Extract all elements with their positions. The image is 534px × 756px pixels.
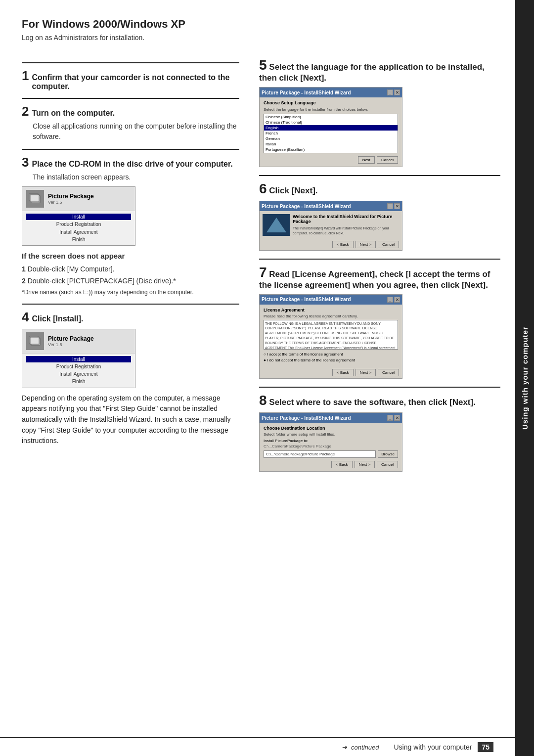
pp-menu-agreement-4: Install Agreement (26, 371, 131, 377)
step-2: 2 Turn on the computer. Close all applic… (22, 98, 239, 142)
dest-title: Picture Package - InstallShield Wizard (262, 415, 351, 421)
if-screen-sub2-text: Double-click [PICTUREPACKAGE] (Disc driv… (28, 277, 176, 285)
pp-menu-agreement: Install Agreement (26, 229, 131, 235)
subtitle: Log on as Administrators for installatio… (22, 34, 500, 42)
dest-next-btn[interactable]: Next > (355, 461, 375, 468)
footer: ➔ continued Using with your computer 75 (0, 737, 515, 756)
pp-menu-install-4: Install (26, 356, 131, 362)
lang-close-btn: ✕ (394, 89, 400, 95)
step-4-num: 4 (22, 310, 29, 325)
wizard-next-btn[interactable]: Next > (356, 241, 376, 248)
if-screen-heading: If the screen does not appear (22, 251, 239, 262)
step-8: 8 Select where to save the software, the… (259, 387, 500, 472)
wizard-title: Picture Package - InstallShield Wizard (262, 204, 351, 209)
step-3-heading: Place the CD-ROM in the disc drive of yo… (32, 160, 232, 169)
if-screen-sub2-num: 2 (22, 277, 26, 285)
if-screen-sub1-num: 1 (22, 265, 26, 273)
license-title: Picture Package - InstallShield Wizard (262, 297, 351, 302)
license-text-area: THE FOLLOWING IS A LEGAL AGREEMENT BETWE… (264, 320, 398, 350)
if-screen-sub1-text: Double-click [My Computer]. (28, 265, 115, 273)
if-screen-sub1: 1 Double-click [My Computer]. (22, 264, 239, 274)
wizard-heading: Welcome to the InstallShield Wizard for … (293, 214, 399, 224)
svg-rect-2 (30, 195, 39, 202)
step-5-num: 5 (259, 57, 267, 73)
step-1: 1 Confirm that your camcorder is not con… (22, 62, 239, 91)
dest-install-sublabel: C:\...CameraPackage\Picture Package (264, 444, 398, 448)
wizard-screenshot: Picture Package - InstallShield Wizard _… (259, 201, 402, 251)
lang-next-btn[interactable]: Next (358, 156, 375, 164)
license-close-btn: ✕ (394, 297, 400, 303)
if-screen-note: *Drive names (such as E:)) may vary depe… (22, 288, 239, 297)
license-heading: License Agreement (264, 308, 398, 312)
step-8-num: 8 (259, 393, 267, 408)
license-sublabel: Please read the following license agreem… (264, 314, 398, 318)
dest-screenshot: Picture Package - InstallShield Wizard _… (259, 412, 402, 472)
lang-label: Choose Setup Language (264, 100, 398, 105)
page-title: For Windows 2000/Windows XP (22, 18, 500, 31)
license-cancel-btn[interactable]: Cancel (378, 369, 399, 376)
pp-icon-4 (26, 332, 44, 350)
pp-menu-finish: Finish (26, 236, 131, 243)
step-7-num: 7 (259, 265, 267, 280)
license-radio-decline: ● I do not accept the terms of the licen… (264, 357, 398, 364)
lang-list: Chinese (Simplified) Chinese (Traditiona… (264, 114, 398, 153)
dest-back-btn[interactable]: < Back (331, 461, 353, 468)
dest-minimize-btn: _ (387, 415, 393, 421)
sidebar-tab-label: Using with your computer (521, 326, 529, 430)
if-screen-section: If the screen does not appear 1 Double-c… (22, 251, 239, 297)
lang-item-english: English (264, 125, 398, 131)
dest-browse-btn[interactable]: Browse (378, 450, 398, 458)
license-next-btn[interactable]: Next > (356, 369, 376, 376)
dest-close-btn: ✕ (394, 415, 400, 421)
lang-sublabel: Select the language for the installer fr… (264, 107, 398, 112)
lang-title: Picture Package - InstallShield Wizard (262, 90, 351, 95)
license-radio-accept: ○ I accept the terms of the license agre… (264, 352, 398, 358)
footer-continued: ➔ continued (342, 744, 379, 751)
wizard-close-btn: ✕ (394, 203, 400, 209)
svg-rect-5 (30, 337, 39, 344)
step-4: 4 Click [Install]. (22, 304, 239, 446)
dest-sublabel: Select folder where setup will install f… (264, 432, 398, 437)
step-6-num: 6 (259, 181, 267, 196)
lang-item-portuguese: Portuguese (Brazilian) (264, 147, 398, 152)
wizard-logo (267, 218, 286, 232)
step-2-body: Close all applications running on the co… (33, 121, 239, 142)
pp-title-4: Picture Package (48, 335, 94, 342)
sidebar-tab: Using with your computer (515, 0, 534, 756)
dest-field: C:\...\CameraPackage\Picture Package (264, 450, 376, 458)
lang-item-chinese-t: Chinese (Traditional) (264, 120, 398, 125)
pp-title: Picture Package (48, 193, 94, 200)
pp-menu-registration: Product Registration (26, 221, 131, 227)
step-5: 5 Select the language for the applicatio… (259, 57, 500, 167)
wizard-cancel-btn[interactable]: Cancel (378, 241, 399, 248)
step-3-body: The installation screen appears. (33, 172, 239, 182)
step-4-paragraph: Depending on the operating system on the… (22, 393, 239, 446)
dest-heading: Choose Destination Location (264, 426, 398, 431)
dest-install-label: Install PicturePackage to: (264, 439, 398, 443)
pp-subtitle: Ver 1.5 (48, 200, 94, 205)
wizard-minimize-btn: _ (387, 203, 393, 209)
step-2-heading: Turn on the computer. (32, 109, 115, 118)
pp-icon (26, 190, 44, 208)
step-3: 3 Place the CD-ROM in the disc drive of … (22, 149, 239, 297)
license-screenshot: Picture Package - InstallShield Wizard _… (259, 294, 402, 379)
lang-item-french: French (264, 131, 398, 136)
wizard-left-panel (263, 214, 290, 236)
step-3-num: 3 (22, 155, 29, 170)
wizard-body: The InstallShield(R) Wizard will install… (293, 226, 399, 236)
step-8-heading: Select where to save the software, then … (269, 398, 476, 407)
lang-screenshot: Picture Package - InstallShield Wizard _… (259, 87, 402, 167)
license-back-btn[interactable]: < Back (332, 369, 354, 376)
step-1-heading: Confirm that your camcorder is not conne… (32, 73, 239, 91)
step-6-heading: Click [Next]. (269, 186, 317, 195)
lang-cancel-btn[interactable]: Cancel (377, 156, 398, 164)
pp-subtitle-4: Ver 1.5 (48, 342, 94, 347)
if-screen-sub2: 2 Double-click [PICTUREPACKAGE] (Disc dr… (22, 276, 239, 286)
lang-item-spanish: Spanish (264, 152, 398, 153)
step-4-heading: Click [Install]. (32, 314, 83, 323)
arrow-icon: ➔ (342, 744, 347, 751)
lang-minimize-btn: _ (387, 89, 393, 95)
wizard-back-btn[interactable]: < Back (332, 241, 354, 248)
dest-cancel-btn[interactable]: Cancel (377, 461, 398, 468)
step-7: 7 Read [License Agreement], check [I acc… (259, 259, 500, 379)
